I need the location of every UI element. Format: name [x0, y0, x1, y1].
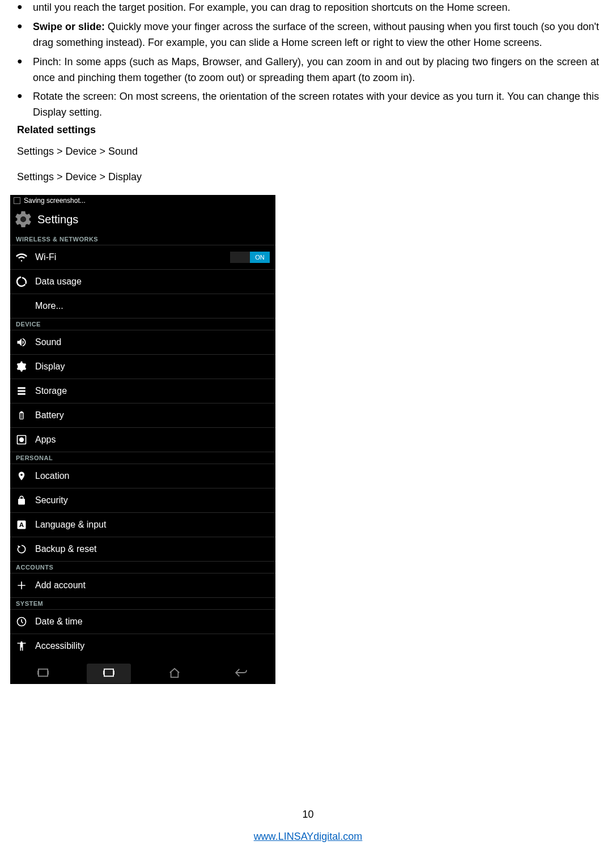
section-wireless: WIRELESS & NETWORKS	[10, 233, 275, 245]
svg-rect-9	[48, 670, 49, 674]
plus-icon	[16, 580, 27, 591]
wifi-icon	[16, 252, 27, 263]
row-language[interactable]: A Language & input	[10, 513, 275, 537]
row-label: Security	[35, 495, 68, 505]
nav-back[interactable]	[218, 664, 265, 683]
svg-rect-7	[39, 669, 48, 676]
row-display[interactable]: Display	[10, 355, 275, 379]
status-icon	[14, 197, 20, 204]
apps-icon	[16, 434, 27, 445]
related-settings-heading: Related settings	[17, 124, 599, 136]
status-text: Saving screenshot...	[24, 197, 86, 205]
bullet-text: until you reach the target position. For…	[33, 2, 510, 13]
row-label: Date & time	[35, 617, 83, 627]
row-date-time[interactable]: Date & time	[10, 610, 275, 634]
row-sound[interactable]: Sound	[10, 330, 275, 355]
row-label: Accessibility	[35, 641, 84, 651]
row-apps[interactable]: Apps	[10, 428, 275, 452]
location-icon	[16, 470, 27, 482]
row-backup[interactable]: Backup & reset	[10, 537, 275, 562]
row-label: Storage	[35, 386, 67, 396]
svg-point-0	[20, 217, 26, 222]
wifi-toggle[interactable]: ON	[230, 252, 270, 263]
status-bar: Saving screenshot...	[10, 195, 275, 206]
section-accounts: ACCOUNTS	[10, 562, 275, 573]
section-personal: PERSONAL	[10, 452, 275, 464]
recent-icon	[37, 668, 49, 678]
bullet-item-continued: ● until you reach the target position. F…	[17, 0, 599, 16]
row-storage[interactable]: Storage	[10, 379, 275, 403]
nav-recent-outer[interactable]	[21, 664, 65, 683]
gear-icon	[14, 210, 33, 229]
row-location[interactable]: Location	[10, 464, 275, 488]
android-settings-screenshot: Saving screenshot... Settings WIRELESS &…	[10, 195, 275, 684]
nav-home[interactable]	[152, 663, 197, 684]
storage-icon	[16, 385, 27, 397]
row-accessibility[interactable]: Accessibility	[10, 634, 275, 658]
bullet-list: ● until you reach the target position. F…	[17, 0, 599, 121]
row-label: Backup & reset	[35, 544, 97, 554]
row-security[interactable]: Security	[10, 488, 275, 513]
row-label: Language & input	[35, 520, 106, 530]
clock-icon	[16, 616, 27, 627]
lock-icon	[16, 495, 27, 506]
bullet-strong: Swipe or slide:	[33, 21, 105, 32]
footer-link[interactable]: www.LINSAYdigital.com	[254, 831, 363, 842]
backup-icon	[16, 543, 27, 555]
bullet-text: Rotate the screen: On most screens, the …	[33, 91, 599, 118]
row-label: Battery	[35, 410, 64, 420]
row-label: Wi-Fi	[35, 252, 56, 262]
svg-rect-8	[37, 670, 39, 674]
svg-rect-10	[104, 669, 113, 676]
row-more[interactable]: More...	[10, 294, 275, 318]
row-label: Apps	[35, 435, 56, 445]
settings-header: Settings	[10, 206, 275, 233]
accessibility-icon	[16, 640, 27, 652]
bullet-text: Pinch: In some apps (such as Maps, Brows…	[33, 56, 599, 83]
page-footer: 10 www.LINSAYdigital.com	[0, 809, 616, 843]
language-icon: A	[16, 519, 27, 530]
bullet-item-rotate: Rotate the screen: On most screens, the …	[17, 89, 599, 121]
bullet-item-pinch: Pinch: In some apps (such as Maps, Brows…	[17, 54, 599, 86]
display-icon	[16, 361, 27, 372]
row-label: Display	[35, 362, 65, 372]
row-label: Data usage	[35, 277, 82, 287]
row-add-account[interactable]: Add account	[10, 573, 275, 598]
data-usage-icon	[16, 276, 27, 287]
nav-bar	[10, 658, 275, 684]
recent-active-icon	[103, 668, 115, 678]
home-icon	[168, 667, 181, 678]
section-device: DEVICE	[10, 318, 275, 330]
blank-icon	[16, 300, 27, 312]
section-system: SYSTEM	[10, 598, 275, 610]
svg-rect-11	[103, 670, 104, 674]
row-battery[interactable]: Battery	[10, 403, 275, 428]
bullet-item-swipe: Swipe or slide: Quickly move your finger…	[17, 19, 599, 51]
settings-title: Settings	[37, 213, 78, 226]
row-data-usage[interactable]: Data usage	[10, 270, 275, 294]
row-label: Sound	[35, 337, 61, 347]
toggle-on-label: ON	[250, 252, 270, 263]
nav-recent[interactable]	[87, 664, 131, 683]
battery-icon	[16, 410, 27, 421]
page-number: 10	[0, 809, 616, 821]
svg-text:A: A	[19, 521, 24, 528]
row-wifi[interactable]: Wi-Fi ON	[10, 245, 275, 270]
back-icon	[234, 668, 249, 678]
svg-point-3	[19, 437, 24, 442]
row-label: Add account	[35, 580, 86, 590]
sound-icon	[16, 337, 27, 348]
related-display: Settings > Device > Display	[17, 169, 599, 185]
svg-rect-12	[113, 670, 114, 674]
bullet-text: Quickly move your finger across the surf…	[33, 21, 599, 48]
related-sound: Settings > Device > Sound	[17, 144, 599, 159]
row-label: Location	[35, 471, 70, 481]
row-label: More...	[35, 301, 63, 311]
